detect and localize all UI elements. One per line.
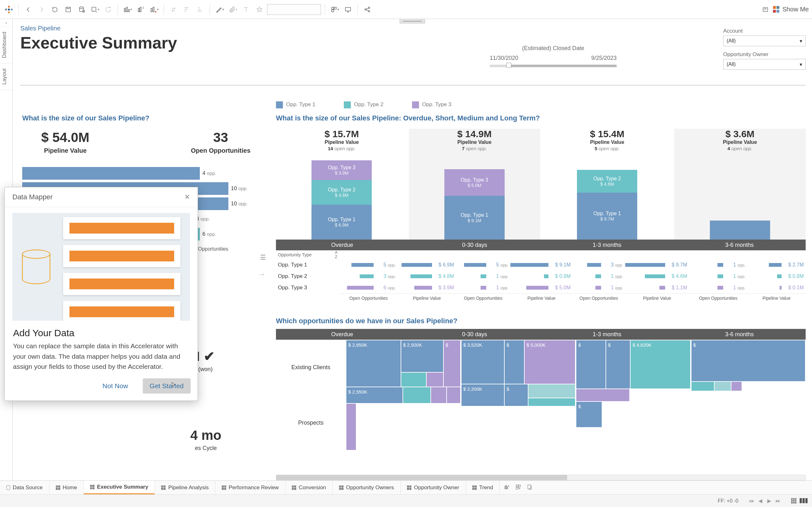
- back-icon[interactable]: [22, 4, 34, 15]
- guide-icon[interactable]: [760, 4, 771, 15]
- sort-az-icon[interactable]: AZ: [335, 250, 338, 259]
- treemap-cell[interactable]: $ 5,000K: [525, 340, 575, 384]
- treemap-cell[interactable]: $ 2,500K: [401, 340, 443, 372]
- tab-trend[interactable]: Trend: [466, 481, 500, 494]
- duplicate-sheet-icon[interactable]: [135, 4, 147, 15]
- breakdown-cell[interactable]: 1 opp.: [689, 259, 748, 271]
- legend-item-2[interactable]: Opp. Type 2: [344, 101, 383, 108]
- sidebar-tab-layout[interactable]: Layout: [0, 63, 12, 90]
- sort-asc-icon[interactable]: [181, 4, 193, 15]
- legend-item-3[interactable]: Opp. Type 3: [412, 101, 451, 108]
- breakdown-cell[interactable]: 5 opp.: [456, 259, 511, 271]
- hamburger-icon[interactable]: ☰: [260, 253, 266, 261]
- not-now-button[interactable]: Not Now: [96, 378, 135, 394]
- tab-home[interactable]: Home: [49, 481, 84, 494]
- presentation-icon[interactable]: [342, 4, 354, 15]
- breakdown-cell[interactable]: $ 4.6M: [625, 271, 689, 282]
- tab-opportunity-owner[interactable]: Opportunity Owner: [401, 481, 466, 494]
- treemap-cell[interactable]: $: [576, 340, 606, 389]
- treemap-cell[interactable]: [731, 382, 742, 391]
- breakdown-cell[interactable]: 1 opp.: [572, 271, 625, 282]
- sort-desc-icon[interactable]: [194, 4, 206, 15]
- treemap-cell[interactable]: [692, 382, 714, 391]
- view-filmstrip-icon[interactable]: [791, 498, 797, 504]
- swap-icon[interactable]: [168, 4, 179, 15]
- tab-data-source[interactable]: Data Source: [0, 481, 49, 494]
- canvas-resize-handle[interactable]: [400, 19, 425, 23]
- attach-icon[interactable]: ▾: [227, 4, 239, 15]
- stack-segment[interactable]: Opp. Type 3$ 5.0M: [444, 169, 505, 196]
- breakdown-cell[interactable]: 1 opp.: [456, 282, 511, 293]
- fit-dropdown-icon[interactable]: ▾: [329, 4, 340, 15]
- treemap-cell[interactable]: $: [576, 402, 602, 427]
- breakdown-cell[interactable]: 1 opp.: [572, 282, 625, 293]
- tab-performance-review[interactable]: Performance Review: [215, 481, 286, 494]
- undo-redo-icon[interactable]: [49, 4, 61, 15]
- treemap-cell[interactable]: $ 2,200K: [461, 384, 504, 406]
- treemap-cell[interactable]: [346, 404, 356, 450]
- treemap-cell[interactable]: $ 4,620K: [630, 340, 690, 389]
- breakdown-cell[interactable]: $ 6.9M: [398, 259, 456, 271]
- treemap-cell[interactable]: $: [692, 340, 805, 381]
- breakdown-cell[interactable]: 1 opp.: [689, 282, 748, 293]
- stack-segment[interactable]: Opp. Type 2$ 4.8M: [311, 180, 372, 205]
- date-slider[interactable]: [490, 65, 617, 67]
- stack-segment[interactable]: Opp. Type 3$ 3.9M: [311, 160, 372, 180]
- new-datasource-icon[interactable]: [76, 4, 87, 15]
- close-icon[interactable]: ✕: [184, 193, 190, 201]
- sidebar-expand-icon[interactable]: ›: [0, 19, 12, 26]
- breakdown-cell[interactable]: $ 2.7M: [747, 259, 806, 271]
- treemap-cell[interactable]: $: [505, 384, 528, 406]
- nav-last-icon[interactable]: ⏭: [774, 498, 781, 504]
- treemap-cell[interactable]: $: [444, 340, 460, 387]
- stack-segment[interactable]: [710, 221, 770, 239]
- treemap-cell[interactable]: $ 2,850K: [346, 340, 401, 387]
- view-tabs-icon[interactable]: [800, 498, 808, 504]
- stack-column[interactable]: $ 3.6MPipeline Value4 open opp.: [674, 129, 806, 239]
- tab-conversion[interactable]: Conversion: [286, 481, 333, 494]
- breakdown-cell[interactable]: 1 opp.: [689, 271, 748, 282]
- breakdown-cell[interactable]: 3 opp.: [339, 271, 398, 282]
- nav-first-icon[interactable]: ⏮: [748, 498, 755, 504]
- clear-sheet-icon[interactable]: ▾: [148, 4, 160, 15]
- breakdown-cell[interactable]: $ 1.1M: [625, 282, 689, 293]
- star-icon[interactable]: [254, 4, 265, 15]
- tableau-logo-icon[interactable]: [3, 4, 14, 15]
- treemap-cell[interactable]: [447, 387, 460, 403]
- legend-item-1[interactable]: Opp. Type 1: [276, 101, 315, 108]
- nav-prev-icon[interactable]: ◀: [757, 498, 764, 504]
- new-worksheet-icon[interactable]: ▾: [122, 4, 133, 15]
- treemap-cell[interactable]: [715, 382, 731, 391]
- breadcrumb[interactable]: Sales Pipeline: [20, 25, 806, 32]
- breakdown-cell[interactable]: $ 3.9M: [398, 282, 456, 293]
- tab-opportunity-owners[interactable]: Opportunity Owners: [333, 481, 401, 494]
- new-dashboard-icon[interactable]: [515, 484, 521, 491]
- breakdown-cell[interactable]: $ 9.7M: [625, 259, 689, 271]
- share-icon[interactable]: [362, 4, 373, 15]
- treemap-cell[interactable]: [401, 373, 426, 387]
- save-icon[interactable]: [62, 4, 74, 15]
- breakdown-cell[interactable]: 6 opp.: [339, 282, 398, 293]
- breakdown-cell[interactable]: 1 opp.: [456, 271, 511, 282]
- breakdown-cell[interactable]: $ 5.0M: [510, 282, 572, 293]
- treemap-cell[interactable]: [403, 387, 430, 403]
- get-started-button[interactable]: Get Started: [143, 378, 191, 394]
- breakdown-cell[interactable]: $ 0.1M: [747, 282, 806, 293]
- breakdown-cell[interactable]: $ 0.8M: [510, 271, 572, 282]
- horizontal-scrollbar[interactable]: [276, 475, 806, 481]
- treemap-cell[interactable]: [528, 384, 575, 398]
- sidebar-tab-dashboard[interactable]: Dashboard: [0, 26, 12, 63]
- stack-column[interactable]: $ 15.7MPipeline Value14 open opp.Opp. Ty…: [276, 129, 408, 239]
- autosave-dropdown-icon[interactable]: ▾: [89, 4, 101, 15]
- breakdown-cell[interactable]: 3 opp.: [572, 259, 625, 271]
- stack-column[interactable]: $ 15.4MPipeline Value5 open opp.Opp. Typ…: [542, 129, 673, 239]
- treemap-cell[interactable]: $ 2,550K: [346, 387, 403, 403]
- treemap-cell[interactable]: $: [606, 340, 630, 389]
- refresh-icon[interactable]: [102, 4, 114, 15]
- treemap-cell[interactable]: $: [505, 340, 524, 384]
- new-worksheet-icon[interactable]: [504, 484, 510, 491]
- stack-segment[interactable]: Opp. Type 1$ 6.9M: [311, 205, 372, 239]
- treemap-cell[interactable]: [528, 398, 575, 406]
- show-me-button[interactable]: Show Me: [773, 6, 809, 13]
- next-arrow-icon[interactable]: →: [258, 269, 266, 279]
